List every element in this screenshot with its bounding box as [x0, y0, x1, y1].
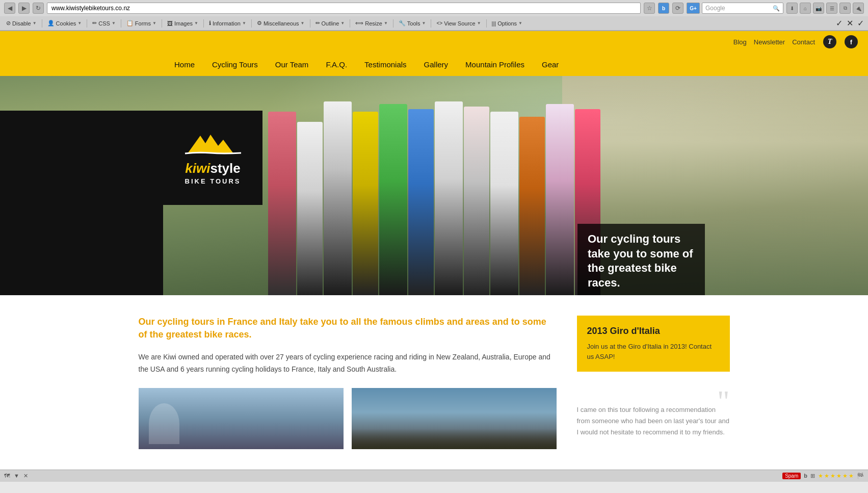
content-headline: Our cycling tours in France and Italy ta…: [139, 316, 557, 341]
hero-overlay-text: Our cycling tours take you to some of th…: [577, 224, 705, 295]
url-text: www.kiwistylebiketours.co.nz: [51, 5, 130, 12]
browser-toolbar: ⊘ Disable ▼ 👤 Cookies ▼ ✏ CSS ▼ 📋 Forms …: [0, 16, 868, 31]
home-button[interactable]: ⌂: [800, 3, 811, 14]
promo-box-text: Join us at the Giro d'Italia in 2013! Co…: [587, 342, 720, 361]
svg-marker-0: [188, 135, 233, 153]
newsletter-link[interactable]: Newsletter: [754, 38, 785, 46]
blog-link[interactable]: Blog: [733, 38, 747, 46]
disable-label: Disable: [12, 20, 31, 27]
cookies-chevron: ▼: [77, 21, 82, 25]
expand-arrow[interactable]: ▼: [14, 473, 19, 479]
sep4: [162, 19, 162, 28]
logo-box: kiwistyle BIKE TOURS: [163, 111, 262, 205]
search-box[interactable]: Google 🔍: [702, 3, 783, 14]
top-bar: Blog Newsletter Contact T f: [0, 31, 868, 53]
cookies-icon: 👤: [47, 20, 55, 27]
close-tab-icon[interactable]: ✕: [23, 473, 28, 479]
contact-link[interactable]: Contact: [792, 38, 815, 46]
nav-cycling-tours[interactable]: Cycling Tours: [211, 58, 259, 71]
facebook-icon[interactable]: f: [845, 35, 858, 48]
back-button[interactable]: ◀: [4, 3, 15, 14]
flag-icon: 🏁: [857, 473, 864, 479]
search-area: G+ Google 🔍: [687, 3, 783, 14]
options-label: Options: [497, 20, 517, 27]
toolbar-css[interactable]: ✏ CSS ▼: [90, 19, 118, 28]
toolbar-options[interactable]: ||| Options ▼: [490, 19, 524, 28]
hero-overlay-paragraph: Our cycling tours take you to some of th…: [588, 232, 695, 290]
toolbar-resize[interactable]: ⟺ Resize ▼: [353, 19, 390, 28]
images-icon: 🖼: [167, 20, 173, 27]
viewsource-chevron: ▼: [477, 21, 481, 25]
security-button[interactable]: b: [658, 3, 669, 14]
nav-bar: Home Cycling Tours Our Team F.A.Q. Testi…: [0, 53, 868, 76]
misc-icon: ⚙: [257, 20, 262, 27]
logo-kiwi: kiwi: [185, 161, 210, 176]
outline-icon: ✏: [315, 20, 320, 27]
cyclist-5: [379, 104, 407, 295]
nav-faq[interactable]: F.A.Q.: [325, 58, 348, 71]
history-button[interactable]: ⟳: [672, 3, 683, 14]
forms-label: Forms: [135, 20, 151, 27]
star-5: ★: [843, 473, 848, 479]
star-3: ★: [830, 473, 835, 479]
bookmark-button[interactable]: ☆: [644, 3, 655, 14]
nav-home[interactable]: Home: [173, 58, 196, 71]
toolbar-outline[interactable]: ✏ Outline ▼: [313, 19, 347, 28]
nav-testimonials[interactable]: Testimonials: [363, 58, 408, 71]
address-bar[interactable]: www.kiwistylebiketours.co.nz: [47, 3, 641, 14]
logo-biketours: BIKE TOURS: [185, 178, 241, 185]
options-chevron: ▼: [518, 21, 522, 25]
toolbar-cookies[interactable]: 👤 Cookies ▼: [45, 19, 84, 28]
toolbar-tools[interactable]: 🔧 Tools ▼: [397, 19, 428, 28]
sep11: [486, 19, 487, 28]
options-icon: |||: [492, 20, 496, 27]
misc-chevron: ▼: [301, 21, 305, 25]
menu-button[interactable]: ☰: [826, 3, 837, 14]
sep7: [310, 19, 310, 28]
information-icon: ℹ: [209, 20, 211, 27]
sep1: [42, 19, 42, 28]
toolbar-forms[interactable]: 📋 Forms ▼: [124, 19, 159, 28]
toolbar-viewsource[interactable]: <> View Source ▼: [434, 19, 483, 28]
toolbar-information[interactable]: ℹ Information ▼: [207, 19, 248, 28]
css-icon: ✏: [92, 20, 97, 27]
cyclist-11: [546, 104, 574, 295]
cyclist-7: [435, 101, 463, 295]
reload-button[interactable]: ↻: [33, 3, 44, 14]
star-4: ★: [836, 473, 841, 479]
toolbar-images[interactable]: 🖼 Images ▼: [165, 19, 200, 28]
toolbar-disable[interactable]: ⊘ Disable ▼: [4, 19, 39, 28]
hero-left-dark: [0, 111, 163, 295]
content-wrapper: Our cycling tours in France and Italy ta…: [118, 316, 750, 449]
sep8: [350, 19, 350, 28]
nav-mountain-profiles[interactable]: Mountain Profiles: [464, 58, 525, 71]
map-icon: 🗺: [4, 473, 10, 479]
main-content: Our cycling tours in France and Italy ta…: [0, 295, 868, 470]
information-chevron: ▼: [242, 21, 246, 25]
viewsource-icon: <>: [436, 20, 442, 26]
cookies-label: Cookies: [56, 20, 76, 27]
star-1: ★: [818, 473, 823, 479]
sep2: [87, 19, 87, 28]
topbar-links: Blog Newsletter Contact: [733, 38, 815, 46]
resize-label: Resize: [365, 20, 382, 27]
download-button[interactable]: ⬇: [786, 3, 798, 14]
extension-button[interactable]: 🔌: [853, 3, 864, 14]
page-wrapper: Blog Newsletter Contact T f Home Cycling…: [0, 31, 868, 470]
nav-our-team[interactable]: Our Team: [274, 58, 310, 71]
quote-mark-icon: ": [717, 389, 730, 413]
screenshot-button[interactable]: 📷: [813, 3, 824, 14]
logo-text: kiwistyle BIKE TOURS: [185, 161, 241, 185]
search-placeholder: Google: [705, 5, 725, 12]
nav-gallery[interactable]: Gallery: [423, 58, 450, 71]
logo-mountains-icon: [182, 131, 244, 159]
tools-label: Tools: [407, 20, 420, 27]
toolbar-miscellaneous[interactable]: ⚙ Miscellaneous ▼: [255, 19, 307, 28]
twitter-icon[interactable]: T: [823, 35, 836, 48]
spam-badge[interactable]: Spam: [782, 473, 801, 479]
window-button[interactable]: ⧉: [839, 3, 851, 14]
b-icon: b: [804, 473, 807, 479]
forward-button[interactable]: ▶: [18, 3, 30, 14]
viewsource-label: View Source: [444, 20, 476, 27]
nav-gear[interactable]: Gear: [541, 58, 560, 71]
